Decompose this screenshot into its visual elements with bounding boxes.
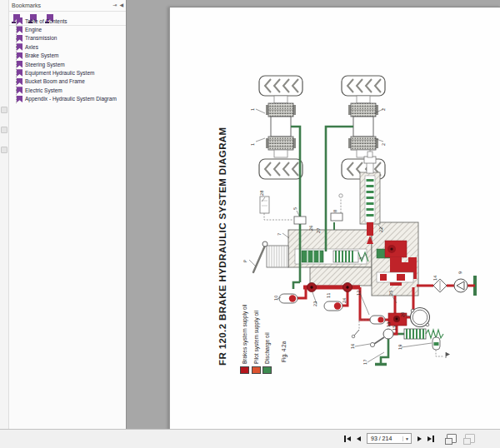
page-indicator: 93 / 214	[371, 436, 392, 441]
bookmark-item-3[interactable]: Axles	[13, 42, 124, 51]
bookmark-item-4[interactable]: Brake System	[13, 52, 124, 60]
rail-panel-icon-1[interactable]	[1, 107, 8, 113]
rail-panel-icon-2[interactable]	[1, 127, 8, 133]
dock-panel-icon[interactable]: ⇥	[112, 0, 117, 11]
bookmark-item-label: Axles	[25, 44, 38, 50]
bookmark-item-label: Table of Contents	[25, 18, 68, 24]
pdf-page: FR 120.2 BRAKE HYDRAULIC SYSTEM DIAGRAM …	[169, 7, 500, 431]
bookmark-item-label: Engine	[25, 27, 42, 32]
bookmark-icon	[17, 26, 22, 33]
part-label-17: 17	[362, 360, 368, 365]
part-label-2: 2	[381, 108, 386, 111]
rail-panel-icon-3[interactable]	[1, 147, 8, 153]
bookmarks-panel-header: Bookmarks ⇥ ◀	[8, 0, 126, 12]
previous-page-button[interactable]	[357, 436, 361, 441]
part-label-25: 25	[388, 291, 393, 296]
part-label-23: 23	[312, 301, 318, 306]
part-label-5: 5	[292, 207, 298, 210]
bookmark-icon	[17, 52, 22, 60]
pdf-viewer-window: { "panel": { "title": "Bookmarks", "item…	[0, 0, 500, 448]
bookmark-item-6[interactable]: Equipment Hydraulic System	[13, 68, 124, 77]
part-label-12: 12	[356, 291, 361, 296]
part-label-19: 19	[398, 345, 402, 350]
bookmarks-panel-title: Bookmarks	[8, 0, 41, 11]
page-navigation: 93 / 214 ▼	[344, 433, 475, 444]
page-number-input[interactable]: 93 / 214 ▼	[367, 433, 412, 444]
side-rail	[0, 0, 9, 430]
bookmark-icon	[17, 78, 22, 86]
part-label-1: 1	[250, 108, 255, 111]
part-label-15: 15	[392, 326, 397, 331]
pilot-components	[260, 194, 342, 224]
bookmark-icon	[17, 61, 22, 68]
part-label-13: 13	[386, 322, 391, 327]
bookmark-item-label: Bucket Boom and Frame	[25, 78, 85, 84]
part-label-20: 20	[400, 312, 405, 317]
part-label-27: 27	[316, 228, 321, 233]
bookmarks-panel: Bookmarks ⇥ ◀ Table of Contents Engine T…	[8, 0, 127, 430]
last-page-button[interactable]	[428, 436, 434, 442]
collapse-panel-icon[interactable]: ◀	[119, 0, 123, 11]
bookmark-item-label: Transmission	[25, 35, 57, 41]
page-dropdown-caret-icon[interactable]: ▼	[402, 436, 411, 441]
bookmark-item-7[interactable]: Bucket Boom and Frame	[13, 77, 124, 86]
bookmark-item-9[interactable]: Appendix - Hydraulic System Diagram	[13, 95, 124, 103]
part-label-8: 8	[332, 210, 338, 212]
bookmark-item-1[interactable]: Engine	[13, 25, 124, 33]
bookmark-icon	[17, 17, 22, 25]
bookmark-item-0[interactable]: Table of Contents	[13, 17, 124, 25]
bookmark-icon	[17, 96, 22, 103]
bookmark-item-5[interactable]: Steering System	[13, 60, 124, 68]
bookmark-item-label: Brake System	[25, 52, 58, 58]
part-label-11: 11	[326, 293, 331, 298]
bookmark-item-label: Electric System	[25, 87, 62, 93]
bookmark-item-label: Steering System	[25, 62, 65, 67]
part-label-3: 3	[358, 257, 363, 260]
bookmark-item-2[interactable]: Transmission	[13, 34, 124, 42]
status-bar: 93 / 214 ▼	[0, 429, 500, 448]
bookmark-icon	[17, 35, 22, 42]
previous-view-icon[interactable]	[447, 434, 457, 443]
first-page-button[interactable]	[344, 436, 351, 442]
next-page-button[interactable]	[418, 436, 422, 441]
part-label-2: 2	[381, 143, 386, 146]
part-label-9: 9	[458, 271, 462, 274]
bookmark-item-8[interactable]: Electric System	[13, 86, 124, 94]
bookmark-icon	[17, 69, 22, 77]
next-view-icon[interactable]	[465, 434, 475, 443]
part-label-1: 1	[250, 143, 255, 146]
part-label-26: 26	[308, 226, 313, 231]
hydraulic-diagram: P112228582627722325121023112414920131516…	[170, 7, 500, 431]
bookmark-item-label: Appendix - Hydraulic System Diagram	[25, 96, 117, 102]
bookmark-icon	[17, 87, 22, 94]
part-label-24: 24	[342, 298, 347, 303]
bookmark-icon	[17, 43, 22, 51]
part-label-7: 7	[277, 233, 282, 236]
part-label-22: 22	[378, 227, 383, 232]
bookmark-item-label: Equipment Hydraulic System	[25, 70, 94, 76]
part-label-16: 16	[350, 344, 355, 349]
bookmark-list: Table of Contents Engine Transmission Ax…	[13, 17, 124, 103]
part-label-14: 14	[432, 276, 438, 281]
document-viewer: FR 120.2 BRAKE HYDRAULIC SYSTEM DIAGRAM …	[126, 0, 500, 430]
part-label-28: 28	[259, 191, 264, 196]
part-label-10: 10	[273, 296, 278, 301]
part-label-P: P	[242, 260, 248, 262]
